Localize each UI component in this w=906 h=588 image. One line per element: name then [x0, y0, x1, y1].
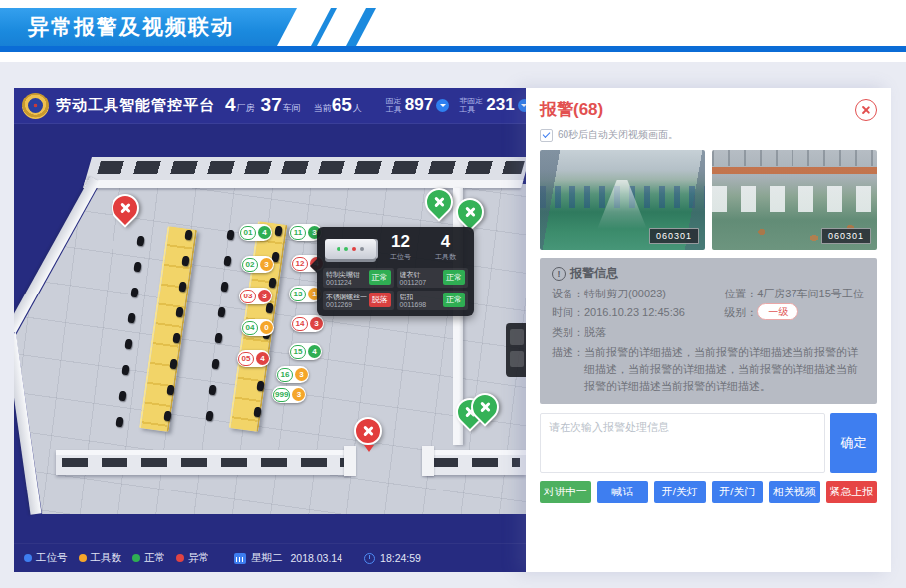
current-value: 65 — [332, 95, 352, 116]
dashboard-header: 劳动工具智能管控平台 4 厂房 37 车间 当前 65 人 固定工具897非固定… — [14, 88, 526, 124]
station-number: 14 — [292, 317, 308, 331]
dashboard-panel: 劳动工具智能管控平台 4 厂房 37 车间 当前 65 人 固定工具897非固定… — [14, 88, 526, 572]
tool-count: 3 — [292, 388, 305, 401]
category-row: 类别：脱落 — [552, 323, 865, 342]
station-number: 12 — [292, 257, 308, 271]
location-label: 位置： — [724, 288, 757, 299]
tool-item: 缝衣针0011207正常 — [397, 268, 469, 288]
station-number: 05 — [238, 352, 254, 366]
legend-label: 工具数 — [91, 551, 122, 565]
page-banner: 异常报警及视频联动 — [0, 8, 299, 46]
station-tooltip: 12 工位号 4 工具数 特制尖嘴钳0011224正常缝衣针0011207正常不… — [317, 227, 474, 316]
tooltip-header: 12 工位号 4 工具数 — [323, 233, 468, 262]
alarm-info-box: ! 报警信息 设备：特制剪刀(00023) 位置：4厂房37车间15号工位 时间… — [540, 258, 877, 404]
chevron-down-icon[interactable] — [436, 99, 449, 112]
tool-info: 铝扣0011698 — [400, 293, 427, 308]
tool-status-chip: 脱落 — [369, 293, 391, 307]
legend-item: 工位号 — [24, 551, 68, 565]
tool-stat: 固定工具897 — [386, 96, 449, 115]
tool-id: 0011207 — [400, 279, 427, 286]
station-badge[interactable]: 163 — [276, 366, 309, 383]
banner-stripe-decoration — [311, 8, 337, 46]
action-button-2[interactable]: 喊话 — [597, 481, 649, 503]
tool-count: 3 — [260, 258, 273, 271]
alarm-panel: 报警(68) 60秒后自动关闭视频画面。 060301060301 ! 报警信息… — [526, 88, 891, 572]
tool-count-label: 工具数 — [423, 252, 468, 262]
status-bar: 工位号工具数正常异常 星期二 2018.03.14 18:24:59 — [14, 543, 526, 572]
station-badge[interactable]: 040 — [241, 319, 274, 336]
time-row: 时间：2016.10.23 12:45:36 — [552, 303, 724, 322]
wall-bottom — [426, 450, 526, 475]
station-badge[interactable]: 014 — [239, 224, 272, 241]
tool-stat-label: 非固定工具 — [459, 97, 483, 114]
station-badge[interactable]: 054 — [237, 350, 270, 367]
legend-label: 正常 — [144, 551, 165, 565]
action-button-4[interactable]: 开/关门 — [712, 481, 764, 503]
map-pin-red-round[interactable] — [354, 417, 382, 445]
tool-count: 4 — [258, 226, 271, 239]
tool-name: 特制尖嘴钳 — [326, 270, 360, 279]
camera-id-badge: 060301 — [649, 228, 699, 244]
page-banner-title: 异常报警及视频联动 — [0, 13, 234, 41]
station-badge[interactable]: 143 — [291, 315, 324, 332]
tool-info: 缝衣针0011207 — [400, 270, 427, 286]
level-badge: 一级 — [757, 303, 798, 320]
tool-count: 3 — [310, 317, 323, 330]
legend-item: 异常 — [176, 551, 209, 565]
confirm-button[interactable]: 确定 — [830, 413, 877, 473]
station-number: 13 — [290, 288, 306, 301]
handle-input-row: 确定 — [540, 413, 877, 473]
crossed-tools-icon — [427, 190, 451, 214]
action-button-3[interactable]: 开/关灯 — [654, 481, 706, 503]
video-row: 060301060301 — [540, 150, 877, 250]
station-number-label: 工位号 — [378, 252, 423, 262]
station-badge[interactable]: 9993 — [272, 386, 306, 403]
device-label: 设备： — [552, 288, 584, 299]
station-badge[interactable]: 033 — [239, 288, 272, 304]
station-badge[interactable]: 154 — [289, 343, 322, 360]
device-row: 设备：特制剪刀(00023) — [552, 285, 724, 303]
station-badge[interactable]: 023 — [241, 256, 274, 273]
chevron-down-icon[interactable] — [518, 99, 526, 112]
tool-status-chip: 正常 — [443, 293, 465, 307]
auto-close-checkbox[interactable] — [540, 129, 553, 142]
alarm-handle-input[interactable] — [540, 413, 825, 473]
banner-stripe-decoration — [346, 8, 376, 46]
platform-title: 劳动工具智能管控平台 — [56, 97, 215, 115]
date-text: 2018.03.14 — [291, 552, 343, 564]
action-button-1[interactable]: 对讲中一 — [540, 481, 591, 503]
level-label: 级别： — [724, 306, 757, 318]
video-thumb[interactable]: 060301 — [540, 150, 705, 250]
tool-stat: 非固定工具231 — [459, 96, 526, 115]
tool-status-chip: 正常 — [443, 270, 465, 285]
time-value: 2016.10.23 12:45:36 — [584, 306, 685, 318]
legend-label: 异常 — [188, 551, 209, 565]
alarm-header: 报警(68) — [540, 88, 877, 121]
description-row: 描述： 当前报警的详细描述，当前报警的详细描述当前报警的详细描述，当前报警的详细… — [552, 344, 865, 395]
legend-dot — [132, 554, 140, 562]
tool-item: 铝扣0011698正常 — [397, 291, 469, 310]
calendar-icon — [234, 553, 246, 564]
category-label: 类别： — [552, 326, 584, 338]
stat-unit: 厂房 — [237, 102, 255, 115]
tool-item: 不锈钢螺丝一0012269脱落 — [323, 291, 394, 310]
alarm-title: 报警(68) — [540, 98, 603, 121]
station-number: 04 — [242, 321, 258, 335]
banner-underline — [0, 46, 906, 52]
tool-stat-value: 231 — [486, 96, 514, 115]
station-number: 01 — [240, 226, 256, 240]
level-row: 级别：一级 — [724, 303, 865, 322]
tool-count: 4 — [308, 345, 321, 358]
stat-value: 4 — [225, 95, 236, 116]
alarm-info-title: 报警信息 — [570, 265, 618, 282]
action-button-5[interactable]: 相关视频 — [769, 481, 820, 503]
tooltip-items: 特制尖嘴钳0011224正常缝衣针0011207正常不锈钢螺丝一0012269脱… — [323, 268, 468, 310]
video-thumb[interactable]: 060301 — [712, 150, 877, 250]
close-icon[interactable] — [855, 99, 877, 121]
action-button-row: 对讲中一喊话开/关灯开/关门相关视频紧急上报 — [540, 481, 877, 503]
action-button-6[interactable]: 紧急上报 — [826, 481, 878, 503]
stat-workshops: 37 车间 — [261, 95, 301, 116]
legend-item: 工具数 — [79, 551, 122, 565]
camera-id-badge: 060301 — [821, 228, 871, 244]
stat-unit: 车间 — [283, 102, 301, 115]
